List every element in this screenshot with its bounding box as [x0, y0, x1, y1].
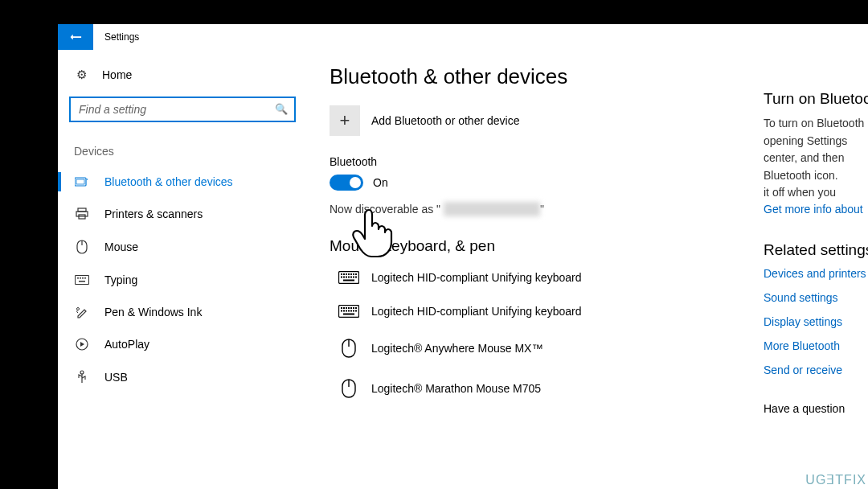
svg-rect-31 — [353, 277, 354, 278]
svg-rect-12 — [84, 277, 86, 279]
sidebar-item-printers[interactable]: Printers & scanners — [58, 198, 307, 230]
svg-rect-8 — [76, 276, 89, 285]
device-item[interactable]: Logitech HID-compliant Unifying keyboard — [330, 300, 747, 334]
sidebar-item-label: Typing — [104, 273, 137, 286]
toggle-knob — [350, 177, 361, 188]
svg-rect-48 — [355, 310, 357, 312]
home-label: Home — [102, 68, 132, 81]
search-container: 🔍 — [58, 90, 307, 130]
device-item[interactable]: Logitech® Anywhere Mouse MX™ — [330, 334, 747, 374]
svg-rect-35 — [341, 307, 342, 309]
home-button[interactable]: ⚙ Home — [58, 60, 307, 90]
main-content: Bluetooth & other devices + Add Bluetoot… — [307, 50, 764, 489]
mouse-icon — [338, 339, 360, 358]
svg-rect-33 — [343, 280, 354, 281]
usb-icon — [74, 370, 90, 384]
pen-icon — [74, 306, 90, 318]
sidebar-item-label: Printers & scanners — [104, 208, 203, 220]
svg-rect-43 — [343, 310, 345, 312]
keyboard-icon — [338, 305, 360, 318]
more-info-link[interactable]: Get more info about — [764, 203, 868, 216]
titlebar: 🠔 Settings — [58, 24, 868, 50]
sidebar-item-typing[interactable]: Typing — [58, 264, 307, 296]
help-text: center, and then — [764, 150, 868, 166]
window-title: Settings — [104, 31, 139, 43]
gear-icon: ⚙ — [74, 68, 88, 82]
svg-rect-3 — [78, 208, 86, 212]
sidebar: ⚙ Home 🔍 Devices Bluetooth & other devic… — [58, 50, 307, 489]
svg-rect-10 — [80, 277, 81, 279]
svg-rect-38 — [348, 307, 350, 309]
bluetooth-label: Bluetooth — [330, 155, 747, 168]
device-label: Logitech HID-compliant Unifying keyboard — [371, 271, 581, 284]
device-item[interactable]: Logitech HID-compliant Unifying keyboard — [330, 266, 747, 300]
device-item[interactable]: Logitech® Marathon Mouse M705 — [330, 374, 747, 414]
sidebar-item-usb[interactable]: USB — [58, 360, 307, 394]
sidebar-item-pen[interactable]: Pen & Windows Ink — [58, 296, 307, 328]
svg-rect-36 — [343, 307, 345, 309]
sidebar-item-label: Bluetooth & other devices — [104, 175, 233, 188]
sidebar-group-header: Devices — [58, 130, 307, 166]
svg-rect-27 — [343, 277, 345, 278]
mouse-icon — [74, 240, 90, 254]
svg-rect-13 — [79, 281, 85, 282]
search-input[interactable] — [69, 97, 296, 122]
svg-rect-23 — [350, 273, 352, 275]
back-arrow-icon: 🠔 — [70, 31, 82, 44]
printer-icon — [74, 208, 90, 220]
device-group-title: Mouse, keyboard, & pen — [330, 237, 747, 255]
back-button[interactable]: 🠔 — [58, 24, 93, 50]
help-text: opening Settings — [764, 134, 868, 150]
keyboard-icon — [338, 271, 360, 284]
sidebar-item-autoplay[interactable]: AutoPlay — [58, 328, 307, 360]
svg-rect-11 — [82, 277, 84, 279]
svg-rect-45 — [348, 310, 350, 312]
related-link-sound[interactable]: Sound settings — [764, 291, 868, 304]
svg-rect-26 — [341, 277, 342, 278]
svg-rect-40 — [353, 307, 354, 309]
device-label: Logitech HID-compliant Unifying keyboard — [371, 305, 581, 318]
bluetooth-device-icon — [74, 175, 90, 188]
plus-icon: + — [330, 105, 360, 136]
device-name-redacted — [444, 202, 540, 216]
svg-rect-20 — [343, 273, 345, 275]
sidebar-item-bluetooth[interactable]: Bluetooth & other devices — [58, 166, 307, 198]
svg-rect-39 — [350, 307, 352, 309]
svg-rect-4 — [76, 212, 88, 216]
help-section-title: Turn on Bluetooth — [764, 90, 868, 108]
related-link-send[interactable]: Send or receive — [764, 364, 868, 376]
autoplay-icon — [74, 338, 90, 351]
bluetooth-state: On — [373, 176, 388, 189]
svg-rect-24 — [353, 273, 354, 275]
svg-rect-28 — [346, 277, 347, 278]
mouse-icon — [338, 379, 360, 398]
sidebar-item-mouse[interactable]: Mouse — [58, 230, 307, 264]
svg-rect-44 — [346, 310, 347, 312]
svg-point-2 — [87, 179, 88, 180]
svg-rect-22 — [348, 273, 350, 275]
watermark: UGƎTFIX — [805, 472, 866, 487]
add-device-button[interactable]: + Add Bluetooth or other device — [330, 105, 747, 136]
svg-rect-29 — [348, 277, 350, 278]
svg-rect-21 — [346, 273, 347, 275]
right-panel: Turn on Bluetooth To turn on Bluetooth o… — [764, 50, 868, 489]
svg-rect-49 — [343, 314, 354, 315]
related-link-bluetooth[interactable]: More Bluetooth — [764, 339, 868, 352]
sidebar-item-label: USB — [104, 371, 128, 384]
bluetooth-toggle[interactable] — [330, 175, 363, 191]
device-label: Logitech® Marathon Mouse M705 — [371, 382, 541, 395]
svg-point-14 — [77, 308, 80, 310]
keyboard-icon — [74, 275, 90, 285]
related-link-display[interactable]: Display settings — [764, 315, 868, 328]
svg-rect-32 — [355, 277, 357, 278]
svg-rect-1 — [76, 179, 84, 184]
sidebar-item-label: AutoPlay — [104, 338, 149, 351]
related-link-devices[interactable]: Devices and printers — [764, 267, 868, 280]
svg-rect-19 — [341, 273, 342, 275]
related-settings-title: Related settings — [764, 241, 868, 259]
page-title: Bluetooth & other devices — [330, 64, 747, 89]
svg-rect-47 — [353, 310, 354, 312]
discoverable-text: Now discoverable as " " — [330, 202, 747, 216]
svg-rect-46 — [350, 310, 352, 312]
svg-rect-41 — [355, 307, 357, 309]
